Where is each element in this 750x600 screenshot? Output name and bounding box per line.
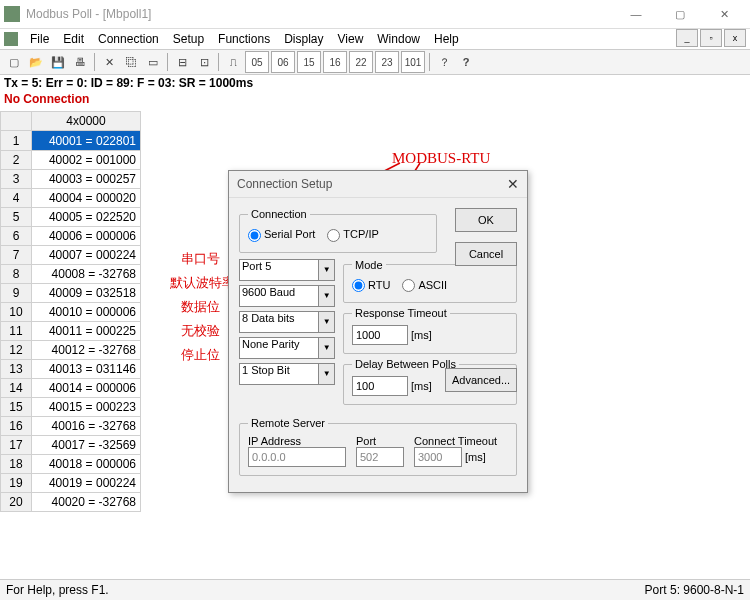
- menu-window[interactable]: Window: [371, 30, 426, 48]
- paste-icon[interactable]: ▭: [143, 52, 163, 72]
- dialog-titlebar: Connection Setup ✕: [229, 171, 527, 198]
- grid-cell[interactable]: 40010 = 000006: [32, 303, 141, 322]
- minimize-button[interactable]: —: [614, 0, 658, 28]
- mdi-close[interactable]: x: [724, 29, 746, 47]
- mode-legend: Mode: [352, 259, 386, 271]
- grid-cell[interactable]: 40018 = 000006: [32, 455, 141, 474]
- mdi-minimize[interactable]: _: [676, 29, 698, 47]
- grid-cell[interactable]: 40015 = 000223: [32, 398, 141, 417]
- tcpip-radio[interactable]: TCP/IP: [327, 228, 378, 242]
- maximize-button[interactable]: ▢: [658, 0, 702, 28]
- grid-cell[interactable]: 40013 = 031146: [32, 360, 141, 379]
- ip-input[interactable]: [248, 447, 346, 467]
- advanced-button[interactable]: Advanced...: [445, 368, 517, 392]
- grid-row-index[interactable]: 19: [1, 474, 32, 493]
- menu-connection[interactable]: Connection: [92, 30, 165, 48]
- grid-cell[interactable]: 40007 = 000224: [32, 246, 141, 265]
- grid-row-index[interactable]: 12: [1, 341, 32, 360]
- connection-setup-dialog: Connection Setup ✕ OK Cancel Advanced...…: [228, 170, 528, 493]
- serial-port-radio[interactable]: Serial Port: [248, 228, 315, 242]
- menu-help[interactable]: Help: [428, 30, 465, 48]
- port-input[interactable]: [356, 447, 404, 467]
- dialog-close-icon[interactable]: ✕: [507, 176, 519, 192]
- response-timeout-input[interactable]: [352, 325, 408, 345]
- menu-display[interactable]: Display: [278, 30, 329, 48]
- databits-select[interactable]: 8 Data bits▼: [239, 311, 335, 333]
- grid-row-index[interactable]: 10: [1, 303, 32, 322]
- about-icon[interactable]: ?: [456, 52, 476, 72]
- menu-view[interactable]: View: [332, 30, 370, 48]
- grid-cell[interactable]: 40012 = -32768: [32, 341, 141, 360]
- grid-row-index[interactable]: 4: [1, 189, 32, 208]
- grid-row-index[interactable]: 15: [1, 398, 32, 417]
- grid-cell[interactable]: 40003 = 000257: [32, 170, 141, 189]
- toolbar-fc-23[interactable]: 23: [375, 51, 399, 73]
- grid-row-index[interactable]: 13: [1, 360, 32, 379]
- menu-functions[interactable]: Functions: [212, 30, 276, 48]
- toolbar-fc-15[interactable]: 15: [297, 51, 321, 73]
- remote-server-group: Remote Server IP Address Port Connect Ti…: [239, 417, 517, 476]
- grid-row-index[interactable]: 6: [1, 227, 32, 246]
- grid-row-index[interactable]: 9: [1, 284, 32, 303]
- connect-timeout-input[interactable]: [414, 447, 462, 467]
- ascii-radio[interactable]: ASCII: [402, 279, 447, 293]
- ok-button[interactable]: OK: [455, 208, 517, 232]
- tool-icon[interactable]: ⊟: [172, 52, 192, 72]
- grid-row-index[interactable]: 8: [1, 265, 32, 284]
- grid-row-index[interactable]: 14: [1, 379, 32, 398]
- port-select[interactable]: Port 5▼: [239, 259, 335, 281]
- grid-cell[interactable]: 40001 = 022801: [32, 131, 141, 151]
- rtu-radio[interactable]: RTU: [352, 279, 390, 293]
- grid-cell[interactable]: 40014 = 000006: [32, 379, 141, 398]
- baud-select[interactable]: 9600 Baud▼: [239, 285, 335, 307]
- grid-cell[interactable]: 40011 = 000225: [32, 322, 141, 341]
- no-connection-label: No Connection: [0, 91, 750, 107]
- open-icon[interactable]: 📂: [26, 52, 46, 72]
- delay-input[interactable]: [352, 376, 408, 396]
- grid-cell[interactable]: 40004 = 000020: [32, 189, 141, 208]
- toolbar-fc-05[interactable]: 05: [245, 51, 269, 73]
- tool2-icon[interactable]: ⊡: [194, 52, 214, 72]
- grid-row-index[interactable]: 3: [1, 170, 32, 189]
- save-icon[interactable]: 💾: [48, 52, 68, 72]
- toolbar-fc-16[interactable]: 16: [323, 51, 347, 73]
- close-button[interactable]: ✕: [702, 0, 746, 28]
- grid-cell[interactable]: 40016 = -32768: [32, 417, 141, 436]
- mdi-restore[interactable]: ▫: [700, 29, 722, 47]
- grid-row-index[interactable]: 18: [1, 455, 32, 474]
- cut-icon[interactable]: ✕: [99, 52, 119, 72]
- grid-cell[interactable]: 40017 = -32569: [32, 436, 141, 455]
- grid-row-index[interactable]: 17: [1, 436, 32, 455]
- toolbar-fc-101[interactable]: 101: [401, 51, 425, 73]
- parity-select[interactable]: None Parity▼: [239, 337, 335, 359]
- connection-legend: Connection: [248, 208, 310, 220]
- toolbar-fc-06[interactable]: 06: [271, 51, 295, 73]
- grid-row-index[interactable]: 7: [1, 246, 32, 265]
- grid-row-index[interactable]: 20: [1, 493, 32, 512]
- grid-cell[interactable]: 40019 = 000224: [32, 474, 141, 493]
- grid-cell[interactable]: 40009 = 032518: [32, 284, 141, 303]
- help-icon[interactable]: ？: [434, 52, 454, 72]
- grid-row-index[interactable]: 2: [1, 151, 32, 170]
- grid-cell[interactable]: 40005 = 022520: [32, 208, 141, 227]
- grid-row-index[interactable]: 1: [1, 131, 32, 151]
- statusbar: For Help, press F1. Port 5: 9600-8-N-1: [0, 579, 750, 600]
- grid-row-index[interactable]: 5: [1, 208, 32, 227]
- menu-edit[interactable]: Edit: [57, 30, 90, 48]
- menu-setup[interactable]: Setup: [167, 30, 210, 48]
- copy-icon[interactable]: ⿻: [121, 52, 141, 72]
- grid-row-index[interactable]: 16: [1, 417, 32, 436]
- stopbit-select[interactable]: 1 Stop Bit▼: [239, 363, 335, 385]
- toolbar-fc-22[interactable]: 22: [349, 51, 373, 73]
- menu-file[interactable]: File: [24, 30, 55, 48]
- print-icon[interactable]: 🖶: [70, 52, 90, 72]
- pulse-icon[interactable]: ⎍: [223, 52, 243, 72]
- grid-cell[interactable]: 40020 = -32768: [32, 493, 141, 512]
- grid-cell[interactable]: 40002 = 001000: [32, 151, 141, 170]
- grid-row-index[interactable]: 11: [1, 322, 32, 341]
- grid-cell[interactable]: 40008 = -32768: [32, 265, 141, 284]
- new-icon[interactable]: ▢: [4, 52, 24, 72]
- cancel-button[interactable]: Cancel: [455, 242, 517, 266]
- status-line: Tx = 5: Err = 0: ID = 89: F = 03: SR = 1…: [0, 75, 750, 91]
- grid-cell[interactable]: 40006 = 000006: [32, 227, 141, 246]
